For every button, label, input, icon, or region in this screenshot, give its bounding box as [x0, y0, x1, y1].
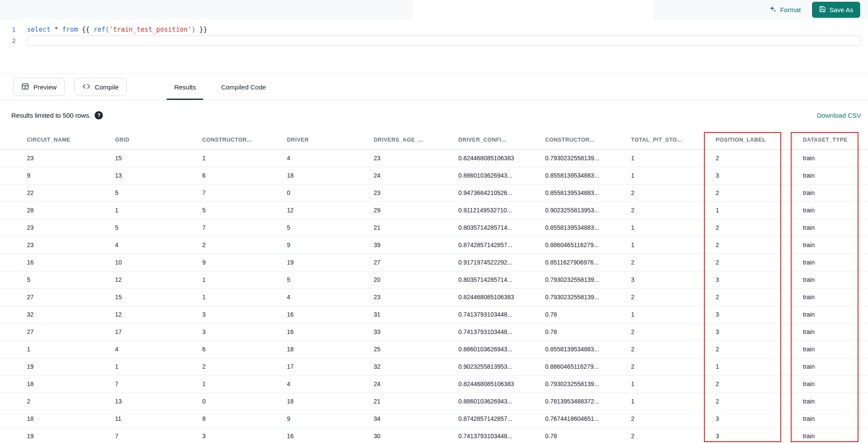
table-row: 2717316330.7413793103448...0.7823train	[0, 323, 868, 341]
column-header-position-label[interactable]: POSITION_LABEL	[716, 130, 803, 149]
table-cell: 6	[202, 341, 287, 358]
top-strip: Format Save As	[0, 0, 868, 20]
table-cell: 0.8558139534883...	[545, 219, 631, 236]
table-cell: 24	[374, 167, 458, 184]
format-label: Format	[780, 6, 801, 13]
result-tabs: Results Compiled Code	[167, 74, 283, 100]
code-line-1[interactable]: 1 select * from {{ ref('train_test_posit…	[0, 24, 868, 35]
table-cell: train	[803, 323, 868, 341]
column-header-constructor[interactable]: CONSTRUCTOR...	[202, 130, 287, 149]
table-cell: 20	[374, 271, 458, 288]
table-cell: 1	[631, 149, 716, 167]
table-cell: 3	[716, 306, 803, 323]
table-cell: 5	[115, 219, 202, 236]
table-row: 14618250.8860103626943...0.8558139534883…	[0, 341, 868, 358]
table-cell: 2	[716, 149, 803, 167]
table-cell: 19	[0, 427, 115, 443]
table-cell: 0.7413793103448...	[458, 427, 545, 443]
table-cell: 8	[202, 410, 287, 427]
line-number: 2	[0, 37, 22, 44]
table-cell: train	[803, 219, 868, 236]
table-cell: 27	[374, 254, 458, 271]
save-icon	[819, 6, 826, 14]
column-header-total-pit-sto[interactable]: TOTAL_PIT_STO...	[631, 130, 716, 149]
table-cell: 23	[374, 288, 458, 306]
table-row: 1610919270.9171974522292...0.85116279069…	[0, 254, 868, 271]
table-cell: train	[803, 375, 868, 393]
code-editor[interactable]: 1 select * from {{ ref('train_test_posit…	[0, 20, 868, 74]
results-limit-text: Results limited to 500 rows.	[11, 112, 91, 119]
table-cell: 4	[115, 341, 202, 358]
table-cell: 1	[631, 167, 716, 184]
code-icon	[82, 83, 90, 92]
table-cell: train	[803, 202, 868, 219]
table-cell: 0.8860103626943...	[458, 341, 545, 358]
table-cell: 34	[374, 410, 458, 427]
table-row: 271514230.8244680851063830.7930232558139…	[0, 288, 868, 306]
tab-compiled-code[interactable]: Compiled Code	[214, 74, 273, 100]
column-header-drivers-age[interactable]: DRIVERS_AGE_...	[374, 130, 458, 149]
column-header-constructor[interactable]: CONSTRUCTOR...	[545, 130, 631, 149]
preview-button[interactable]: Preview	[13, 78, 65, 96]
table-cell: 21	[374, 393, 458, 410]
table-cell: 9	[0, 167, 115, 184]
tab-results[interactable]: Results	[167, 74, 203, 100]
table-cell: 1	[202, 271, 287, 288]
table-cell: 0.8558139534883...	[545, 167, 631, 184]
table-cell: 1	[631, 375, 716, 393]
table-cell: 23	[0, 236, 115, 254]
table-cell: 2	[716, 236, 803, 254]
column-header-circuit-name[interactable]: CIRCUIT_NAME	[0, 130, 115, 149]
table-cell: 5	[115, 184, 202, 202]
format-button[interactable]: Format	[769, 5, 801, 14]
table-cell: train	[803, 149, 868, 167]
table-cell: 27	[0, 288, 115, 306]
table-cell: 2	[631, 202, 716, 219]
table-cell: 1	[716, 202, 803, 219]
table-row: 231514230.8244680851063830.7930232558139…	[0, 149, 868, 167]
table-cell: 2	[631, 341, 716, 358]
column-header-grid[interactable]: GRID	[115, 130, 202, 149]
table-cell: train	[803, 184, 868, 202]
download-csv-link[interactable]: Download CSV	[817, 112, 861, 119]
column-header-driver-confi[interactable]: DRIVER_CONFI...	[458, 130, 545, 149]
table-cell: 0.7413793103448...	[458, 306, 545, 323]
table-cell: 25	[374, 341, 458, 358]
column-header-dataset-type[interactable]: DATASET_TYPE	[803, 130, 868, 149]
preview-label: Preview	[33, 83, 56, 91]
table-cell: 0.8860465116279...	[545, 236, 631, 254]
table-cell: 1	[716, 358, 803, 375]
question-circle-icon[interactable]: ?	[95, 111, 103, 119]
table-cell: 2	[716, 288, 803, 306]
table-cell: 2	[631, 358, 716, 375]
table-cell: 0.9112149532710...	[458, 202, 545, 219]
active-file-tab[interactable]	[412, 0, 653, 20]
table-cell: 2	[716, 184, 803, 202]
table-row: 913618240.8860103626943...0.855813953488…	[0, 167, 868, 184]
table-cell: 16	[0, 254, 115, 271]
compile-button[interactable]: Compile	[74, 78, 127, 96]
table-cell: 2	[631, 427, 716, 443]
table-cell: 0.7813953488372...	[545, 393, 631, 410]
save-as-button[interactable]: Save As	[812, 2, 860, 18]
table-cell: 2	[631, 184, 716, 202]
table-cell: 2	[631, 410, 716, 427]
table-cell: 0	[287, 184, 374, 202]
table-cell: 5	[0, 271, 115, 288]
table-cell: 19	[0, 358, 115, 375]
code-line-2[interactable]: 2	[0, 35, 868, 46]
table-cell: train	[803, 341, 868, 358]
results-table: CIRCUIT_NAMEGRIDCONSTRUCTOR...DRIVERDRIV…	[0, 130, 868, 443]
table-cell: 0.7674418604651...	[545, 410, 631, 427]
table-cell: 12	[115, 306, 202, 323]
code-line-2-input[interactable]	[27, 36, 861, 46]
table-cell: 16	[287, 306, 374, 323]
table-cell: 4	[287, 149, 374, 167]
table-cell: 23	[374, 149, 458, 167]
column-header-driver[interactable]: DRIVER	[287, 130, 374, 149]
table-cell: 15	[115, 288, 202, 306]
table-cell: 18	[287, 167, 374, 184]
table-cell: 7	[202, 219, 287, 236]
table-cell: 0.7930232558139...	[545, 375, 631, 393]
table-cell: 4	[115, 236, 202, 254]
